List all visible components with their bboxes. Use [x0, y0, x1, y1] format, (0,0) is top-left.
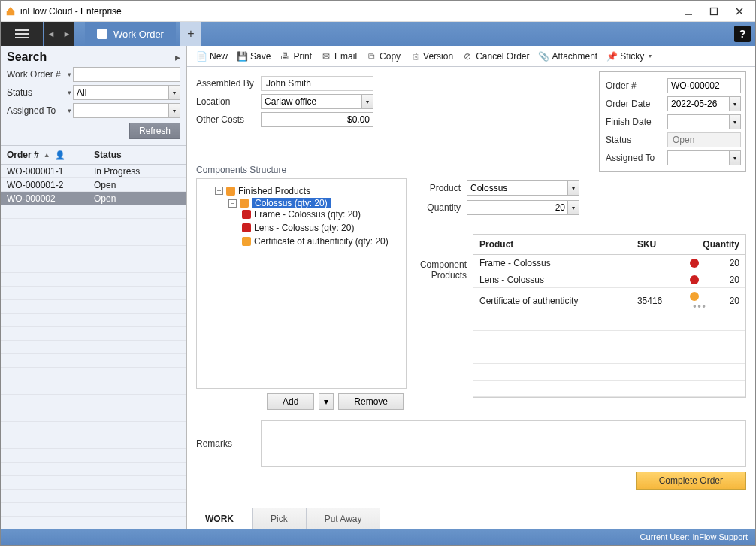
location-label: Location — [196, 96, 261, 107]
table-row[interactable]: Certificate of authenticity35416•••20 — [473, 288, 745, 314]
tab-pick[interactable]: Pick — [253, 508, 307, 529]
col-product[interactable]: Product — [473, 235, 631, 255]
other-costs-label: Other Costs — [196, 114, 261, 125]
table-row[interactable]: Frame - Colossus20 — [473, 255, 745, 271]
combo-button[interactable]: ▾ — [567, 200, 579, 215]
combo-button[interactable]: ▾ — [729, 114, 741, 129]
status-bar: Current User: inFlow Support — [1, 529, 755, 545]
chevron-down-icon[interactable]: ▾ — [65, 107, 73, 114]
status-icon — [690, 259, 699, 268]
table-row[interactable]: Lens - Colossus20 — [473, 271, 745, 288]
save-button[interactable]: 💾Save — [234, 50, 274, 63]
nav-back-button[interactable]: ◄ — [44, 22, 59, 46]
work-order-icon — [97, 29, 107, 39]
tree-selected-label[interactable]: Colossus (qty: 20) — [252, 198, 331, 208]
product-icon — [240, 199, 249, 208]
filter-assigned-label: Assigned To — [7, 105, 65, 116]
tree-item-label[interactable]: Certificate of authenticity (qty: 20) — [254, 236, 389, 247]
more-icon[interactable]: ••• — [693, 301, 707, 311]
status-icon — [242, 210, 251, 219]
quantity-label: Quantity — [414, 202, 467, 213]
location-input[interactable] — [261, 94, 373, 109]
attachment-button[interactable]: 📎Attachment — [536, 50, 601, 63]
col-status-label[interactable]: Status — [94, 150, 122, 160]
copy-button[interactable]: ⧉Copy — [363, 50, 404, 63]
remove-button[interactable]: Remove — [338, 393, 404, 410]
email-icon: ✉ — [321, 51, 331, 62]
tree-collapse-icon[interactable]: – — [215, 187, 223, 195]
quantity-input[interactable] — [467, 200, 579, 215]
results-grid[interactable]: WO-000001-1In ProgressWO-000001-2OpenWO-… — [1, 165, 186, 529]
minimize-button[interactable] — [676, 2, 701, 20]
help-button[interactable]: ? — [734, 26, 751, 42]
status-icon — [242, 223, 251, 232]
status-label: Status — [606, 135, 667, 145]
combo-button[interactable]: ▾ — [168, 85, 180, 100]
order-no-input[interactable] — [667, 78, 741, 93]
maximize-button[interactable] — [701, 2, 727, 20]
close-button[interactable] — [727, 2, 752, 20]
main-panel: 📄New 💾Save 🖶Print ✉Email ⧉Copy ⎘Version … — [187, 46, 755, 529]
tree-collapse-icon[interactable]: – — [228, 199, 237, 208]
add-button[interactable]: Add — [267, 393, 314, 410]
version-button[interactable]: ⎘Version — [407, 50, 456, 63]
filter-workorder-label: Work Order # — [7, 69, 65, 80]
component-products-table: Product SKU Quantity Frame - Colossus20L… — [473, 234, 746, 398]
current-user-link[interactable]: inFlow Support — [693, 532, 748, 541]
tab-work[interactable]: WORK — [187, 508, 253, 529]
new-button[interactable]: 📄New — [193, 50, 231, 63]
tree-item-label[interactable]: Lens - Colossus (qty: 20) — [254, 223, 354, 233]
email-button[interactable]: ✉Email — [318, 50, 360, 63]
other-costs-input[interactable] — [261, 112, 373, 127]
finish-date-label: Finish Date — [606, 117, 667, 127]
chevron-down-icon: ▾ — [649, 53, 652, 59]
combo-button[interactable]: ▾ — [168, 103, 180, 118]
chevron-down-icon[interactable]: ▾ — [65, 71, 73, 78]
nav-forward-button[interactable]: ► — [59, 22, 74, 46]
tab-work-order[interactable]: Work Order — [85, 22, 176, 46]
product-input[interactable] — [467, 180, 579, 196]
window-title: inFlow Cloud - Enterprise — [20, 6, 122, 17]
person-icon[interactable]: 👤 — [55, 150, 65, 160]
combo-button[interactable]: ▾ — [361, 94, 373, 109]
toolbar: 📄New 💾Save 🖶Print ✉Email ⧉Copy ⎘Version … — [187, 46, 755, 67]
assembled-by-value[interactable]: John Smith — [261, 76, 373, 91]
results-row[interactable]: WO-000001-1In Progress — [1, 165, 186, 178]
version-icon: ⎘ — [410, 51, 420, 62]
assembled-by-label: Assembled By — [196, 78, 261, 89]
app-icon — [5, 6, 16, 17]
filter-assigned-input[interactable] — [73, 103, 180, 118]
cancel-order-button[interactable]: ⊘Cancel Order — [459, 50, 532, 63]
col-sku[interactable]: SKU — [631, 235, 684, 255]
collapse-search-icon[interactable]: ▸ — [175, 51, 180, 63]
results-header: Order # ▲ 👤 Status — [1, 145, 186, 165]
save-icon: 💾 — [237, 51, 247, 62]
combo-button[interactable]: ▾ — [567, 180, 579, 196]
results-row[interactable]: WO-000002Open — [1, 192, 186, 205]
sort-asc-icon[interactable]: ▲ — [44, 151, 50, 159]
components-tree[interactable]: – Finished Products – — [196, 178, 407, 389]
combo-button[interactable]: ▾ — [729, 96, 741, 111]
complete-order-button[interactable]: Complete Order — [636, 472, 746, 490]
tab-putaway[interactable]: Put Away — [307, 508, 381, 529]
tree-item-label[interactable]: Frame - Colossus (qty: 20) — [254, 209, 361, 220]
tree-root-label: Finished Products — [238, 186, 310, 196]
remarks-input[interactable] — [261, 420, 746, 467]
refresh-button[interactable]: Refresh — [129, 123, 180, 139]
chevron-down-icon[interactable]: ▾ — [65, 89, 73, 96]
order-no-label: Order # — [606, 80, 667, 91]
results-row[interactable]: WO-000001-2Open — [1, 178, 186, 192]
add-tab-button[interactable]: + — [180, 22, 201, 46]
print-icon: 🖶 — [280, 51, 290, 62]
col-qty[interactable]: Quantity — [684, 235, 745, 255]
filter-status-label: Status — [7, 87, 65, 98]
col-order-label[interactable]: Order # — [7, 150, 39, 160]
sticky-button[interactable]: 📌Sticky▾ — [603, 50, 655, 63]
filter-workorder-input[interactable] — [73, 67, 180, 82]
combo-button[interactable]: ▾ — [729, 150, 741, 165]
cancel-icon: ⊘ — [462, 51, 473, 62]
print-button[interactable]: 🖶Print — [277, 50, 315, 63]
menu-button[interactable] — [1, 22, 43, 46]
filter-status-input[interactable] — [73, 85, 180, 100]
add-split-button[interactable]: ▾ — [319, 393, 334, 410]
